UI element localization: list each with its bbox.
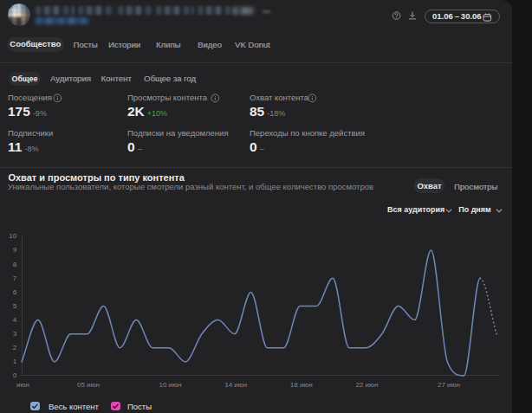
svg-text:18 июн: 18 июн [290,381,313,389]
svg-text:июн: июн [16,381,29,389]
svg-text:2: 2 [13,344,17,352]
svg-text:22 июн: 22 июн [355,381,378,389]
svg-text:10: 10 [9,232,16,240]
svg-text:14 июн: 14 июн [224,381,247,389]
svg-text:5: 5 [13,302,17,310]
svg-text:1: 1 [13,358,17,365]
svg-text:3: 3 [13,330,17,338]
svg-text:6: 6 [13,288,17,296]
svg-text:05 июн: 05 июн [77,381,100,389]
svg-text:7: 7 [13,274,17,282]
svg-text:10 июн: 10 июн [159,381,181,389]
svg-text:8: 8 [13,261,17,268]
svg-text:4: 4 [13,316,17,324]
svg-text:9: 9 [13,246,17,254]
svg-text:0: 0 [13,371,17,379]
svg-text:27 июн: 27 июн [438,381,460,389]
